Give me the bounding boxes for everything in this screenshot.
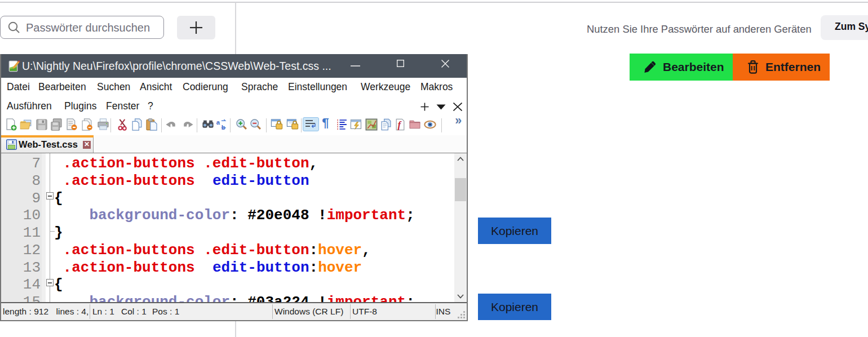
svg-text:b: b [222, 124, 225, 131]
svg-text:a: a [216, 119, 220, 126]
